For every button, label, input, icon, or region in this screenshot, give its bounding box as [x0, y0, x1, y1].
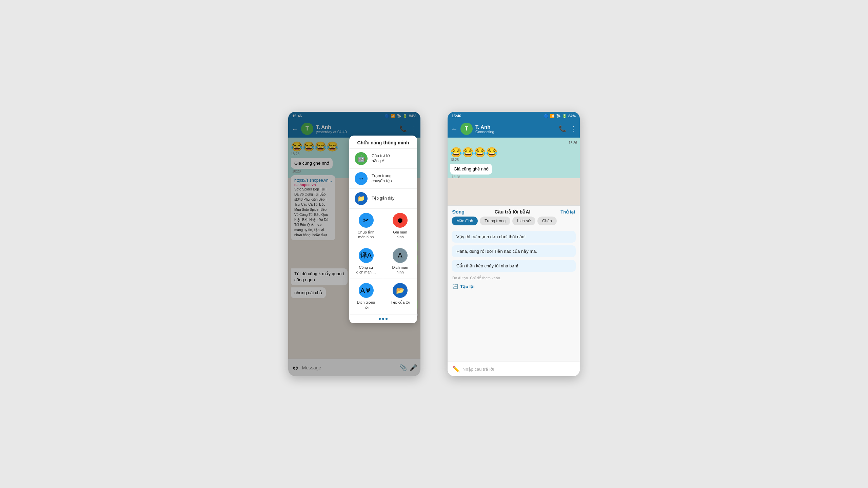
- popup-grid-screenshot[interactable]: ✂ Chụp ảnhmàn hình: [349, 209, 383, 244]
- ai-suggestion-3-text: Cẩn thận kéo cháy túi nha bạn!: [456, 263, 518, 268]
- left-phone: 15:46 🔵 📶 📡 🔋 84% ← T T. Anh yesterday a…: [288, 112, 420, 376]
- call-button-right[interactable]: 📞: [559, 125, 566, 133]
- popup-icon-files: 📁: [355, 192, 368, 205]
- ai-regenerate-button[interactable]: 🔄 Tạo lại: [448, 282, 580, 292]
- regenerate-icon: 🔄: [452, 284, 458, 289]
- popup-label-files: Tệp gần đây: [372, 196, 394, 201]
- contact-info-right: T. Anh Connecting...: [475, 124, 556, 134]
- popup-item-ai[interactable]: 🤖 Câu trả lờibằng AI: [349, 149, 417, 169]
- battery-pct-right: 84%: [568, 114, 576, 118]
- chat-area-right: 18:26 😂😂😂😂 18:28 Giá cũng ghê nhở 18:28: [448, 138, 580, 205]
- last-msg-time-right: 18:26: [450, 141, 577, 145]
- popup-grid-label-translate-tool: Công cụdịch màn ...: [356, 265, 376, 275]
- ai-panel-title: Câu trả lời bằAI: [495, 209, 531, 215]
- popup-icon-ai: 🤖: [355, 152, 368, 165]
- ai-suggestion-3[interactable]: Cẩn thận kéo cháy túi nha bạn!: [452, 260, 576, 272]
- emoji-display-right: 😂😂😂😂: [450, 147, 498, 158]
- regenerate-label: Tạo lại: [460, 284, 475, 289]
- emoji-msg-right: 😂😂😂😂 18:28: [450, 147, 577, 162]
- ai-suggestion-2-text: Haha, đúng rồi đó! Tiền nào của nấy mà.: [456, 249, 537, 254]
- ai-tabs: Mặc định Trang trọng Lịch sử Chân: [448, 217, 580, 228]
- ai-suggestion-1-text: Vậy thì cứ mạnh dạn chơi thôi nào!: [456, 234, 526, 239]
- ai-panel: Đóng Câu trả lời bằAI Thử lại Mặc định T…: [448, 205, 580, 376]
- avatar-right: T: [460, 123, 473, 135]
- msg1-bubble-right: Giá cũng ghê nhở: [450, 164, 492, 175]
- status-icons-right: 🔵 📶 📡 🔋 84%: [544, 114, 576, 118]
- popup-icon-record: ⏺: [393, 213, 408, 228]
- signal-icon-r: 📡: [556, 114, 561, 118]
- contact-name-right: T. Anh: [475, 124, 556, 130]
- popup-grid-label-screenshot: Chụp ảnhmàn hình: [358, 230, 374, 240]
- ai-suggestion-2[interactable]: Haha, đúng rồi đó! Tiền nào của nấy mà.: [452, 245, 576, 257]
- ai-close-button[interactable]: Đóng: [452, 209, 465, 215]
- ai-suggestions-list: Vậy thì cứ mạnh dạn chơi thôi nào! Haha,…: [448, 228, 580, 274]
- time-right: 15:46: [452, 114, 461, 118]
- ai-suggestion-1[interactable]: Vậy thì cứ mạnh dạn chơi thôi nào!: [452, 231, 576, 243]
- status-bar-right: 15:46 🔵 📶 📡 🔋 84%: [448, 112, 580, 120]
- popup-grid-voice[interactable]: A🎙 Dịch giọngnói: [349, 279, 383, 314]
- emoji-time-right: 18:28: [450, 158, 459, 162]
- popup-grid-label-translate-screen: Dịch mànhình: [392, 265, 408, 275]
- popup-grid-record[interactable]: ⏺ Ghi mànhình: [383, 209, 417, 244]
- popup-label-transfer: Trạm trungchuyển tệp: [372, 174, 392, 184]
- ai-disclaimer: Do AI tạo. Chỉ để tham khảo.: [448, 274, 580, 282]
- popup-label-ai: Câu trả lờibằng AI: [372, 154, 390, 164]
- ai-retry-button[interactable]: Thử lại: [560, 209, 575, 215]
- popup-icon-transfer: ↔: [355, 172, 368, 185]
- popup-title: Chức năng thông minh: [349, 136, 417, 148]
- contact-sub-right: Connecting...: [475, 130, 556, 134]
- popup-icon-screenshot: ✂: [359, 213, 374, 228]
- popup-grid-label-myfiles: Tệp của tôi: [391, 300, 410, 305]
- popup-icon-myfiles: 📂: [393, 283, 408, 298]
- ai-input-row: ✏️ Nhập câu trả lời: [448, 362, 580, 376]
- popup-grid-label-record: Ghi mànhình: [393, 230, 407, 240]
- popup-item-files[interactable]: 📁 Tệp gần đây: [349, 189, 417, 209]
- top-actions-right: 📞 ⋮: [559, 125, 576, 133]
- ai-tab-history[interactable]: Lịch sử: [512, 217, 535, 225]
- popup-grid: ✂ Chụp ảnhmàn hình ⏺ Ghi mànhình 译A Công…: [349, 209, 417, 314]
- top-bar-right: ← T T. Anh Connecting... 📞 ⋮: [448, 120, 580, 138]
- bluetooth-icon-r: 🔵: [544, 114, 549, 118]
- popup-overlay[interactable]: Chức năng thông minh 🤖 Câu trả lờibằng A…: [288, 112, 420, 376]
- right-phone: 15:46 🔵 📶 📡 🔋 84% ← T T. Anh Connecting.…: [448, 112, 580, 376]
- popup-menu: Chức năng thông minh 🤖 Câu trả lờibằng A…: [349, 136, 417, 323]
- popup-grid-translate-tool[interactable]: 译A Công cụdịch màn ...: [349, 244, 383, 279]
- msg1-time-right: 18:28: [450, 175, 461, 179]
- more-dot-3: [386, 318, 388, 320]
- popup-icon-translate-screen: A: [393, 248, 408, 263]
- more-dot-2: [382, 318, 384, 320]
- popup-grid-myfiles[interactable]: 📂 Tệp của tôi: [383, 279, 417, 314]
- back-button-right[interactable]: ←: [451, 125, 458, 133]
- ai-tab-chan[interactable]: Chân: [537, 217, 557, 225]
- wifi-icon-r: 📶: [550, 114, 555, 118]
- ai-input-icon: ✏️: [452, 365, 460, 373]
- popup-more[interactable]: [349, 314, 417, 323]
- popup-grid-translate-screen[interactable]: A Dịch mànhình: [383, 244, 417, 279]
- popup-icon-voice: A🎙: [359, 283, 374, 298]
- popup-icon-translate-tool: 译A: [359, 248, 374, 263]
- popup-item-transfer[interactable]: ↔ Trạm trungchuyển tệp: [349, 169, 417, 189]
- popup-grid-label-voice: Dịch giọngnói: [357, 300, 375, 310]
- ai-input-placeholder[interactable]: Nhập câu trả lời: [462, 367, 494, 372]
- ai-panel-header: Đóng Câu trả lời bằAI Thử lại: [448, 206, 580, 217]
- more-button-right[interactable]: ⋮: [570, 125, 576, 133]
- msg1-text-right: Giá cũng ghê nhở: [454, 166, 489, 171]
- battery-icon-r: 🔋: [562, 114, 567, 118]
- msg1-wrapper-right: Giá cũng ghê nhở 18:28: [450, 164, 577, 179]
- ai-tab-default[interactable]: Mặc định: [452, 217, 478, 225]
- ai-tab-formal[interactable]: Trang trọng: [480, 217, 510, 225]
- more-dot-1: [379, 318, 381, 320]
